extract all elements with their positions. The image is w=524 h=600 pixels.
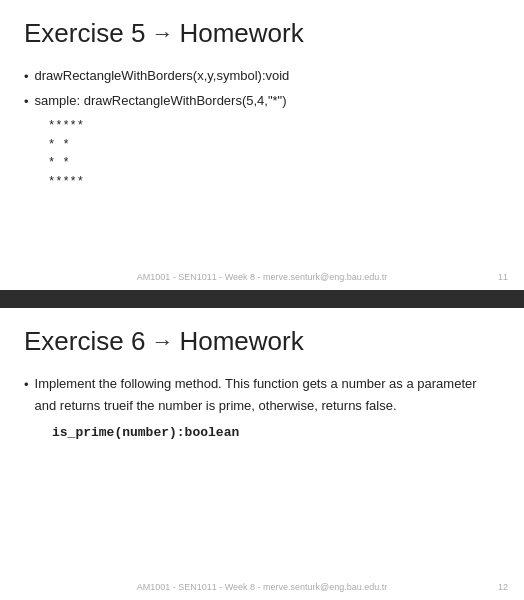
divider-bar	[0, 290, 524, 308]
bullet-dot-1: •	[24, 66, 29, 88]
slide-2-footer: AM1001 - SEN1011 - Week 8 - merve.sentur…	[0, 582, 524, 592]
slide-2-bullet-1-text: Implement the following method. This fun…	[35, 373, 500, 417]
slide-2-content: • Implement the following method. This f…	[24, 373, 500, 444]
bullet-dot-2: •	[24, 91, 29, 113]
code-line-4: *****	[48, 173, 500, 192]
slide-2-bullet-1: • Implement the following method. This f…	[24, 373, 500, 417]
slide-2-title-prefix: Exercise 6	[24, 326, 145, 357]
slide-1-bullet-2-text: sample: drawRectangleWithBorders(5,4,"*"…	[35, 90, 287, 113]
slide-2-arrow: →	[151, 329, 173, 355]
slide-1-page-number: 11	[498, 272, 508, 282]
slide-2-code-line: is_prime(number):boolean	[52, 425, 239, 440]
slide-1: Exercise 5 → Homework • drawRectangleWit…	[0, 0, 524, 290]
slide-1-title-suffix: Homework	[179, 18, 303, 49]
slide-2-code-block: is_prime(number):boolean	[52, 421, 500, 444]
code-line-3: * *	[48, 154, 500, 173]
slide-1-bullet-1-text: drawRectangleWithBorders(x,y,symbol):voi…	[35, 65, 290, 88]
slide-1-code: ***** * * * * *****	[48, 117, 500, 191]
code-line-2: * *	[48, 136, 500, 155]
slide-2-footer-text: AM1001 - SEN1011 - Week 8 - merve.sentur…	[137, 582, 388, 592]
slide-2-title: Exercise 6 → Homework	[24, 326, 500, 357]
slide-1-bullet-2: • sample: drawRectangleWithBorders(5,4,"…	[24, 90, 500, 113]
slide-2: Exercise 6 → Homework • Implement the fo…	[0, 308, 524, 600]
slide-1-title-prefix: Exercise 5	[24, 18, 145, 49]
bullet-dot-3: •	[24, 374, 29, 417]
slide-1-bullet-1: • drawRectangleWithBorders(x,y,symbol):v…	[24, 65, 500, 88]
slide-1-footer-text: AM1001 - SEN1011 - Week 8 - merve.sentur…	[137, 272, 388, 282]
slide-2-title-suffix: Homework	[179, 326, 303, 357]
slide-1-content: • drawRectangleWithBorders(x,y,symbol):v…	[24, 65, 500, 192]
slide-2-page-number: 12	[498, 582, 508, 592]
slide-1-arrow: →	[151, 21, 173, 47]
slide-1-footer: AM1001 - SEN1011 - Week 8 - merve.sentur…	[0, 272, 524, 282]
slide-1-title: Exercise 5 → Homework	[24, 18, 500, 49]
code-line-1: *****	[48, 117, 500, 136]
